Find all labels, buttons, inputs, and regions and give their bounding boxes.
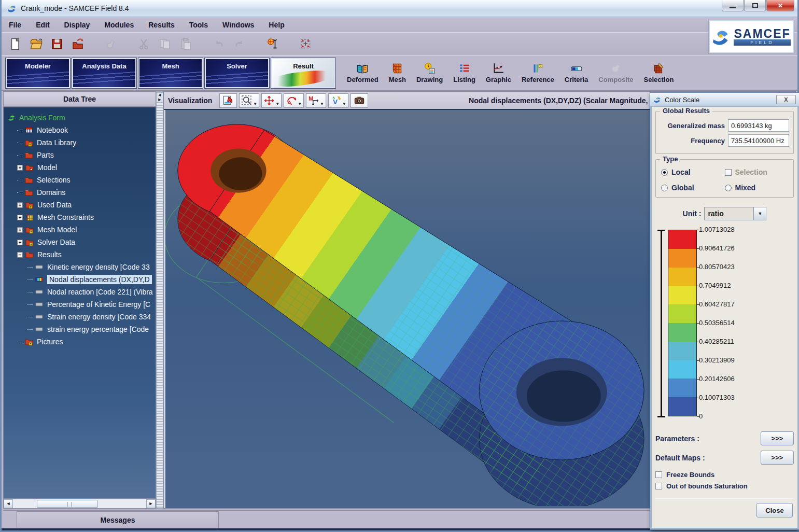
panel-splitter[interactable]: ◄ ► [156, 91, 163, 509]
menu-item-tools[interactable]: Tools [189, 21, 208, 29]
tree-item-model[interactable]: +Model [4, 161, 156, 174]
type-option-local[interactable]: Local [661, 168, 725, 176]
expand-icon[interactable]: + [17, 202, 23, 208]
tool-deformed[interactable]: Deformed [347, 62, 379, 83]
tool-composite[interactable]: Composite [598, 62, 633, 83]
checkbox-icon[interactable] [655, 483, 662, 489]
import-button[interactable] [70, 36, 86, 52]
menu-item-results[interactable]: Results [148, 21, 175, 29]
close-dialog-button[interactable]: Close [756, 503, 793, 517]
dialog-title-bar[interactable]: Color Scale X [650, 93, 799, 107]
checkbox-selection[interactable] [725, 169, 732, 176]
radio-local[interactable] [661, 169, 668, 176]
tree-horizontal-scrollbar[interactable]: ◄ ► [4, 498, 156, 508]
checkbox-row-out-of-bounds-saturation[interactable]: Out of bounds Saturation [655, 482, 794, 490]
pick-selection-button[interactable] [298, 36, 314, 52]
dialog-close-icon[interactable]: X [776, 95, 796, 104]
dropdown-caret-icon[interactable]: ▼ [253, 102, 257, 106]
expand-icon[interactable]: + [17, 165, 23, 171]
tree-item-used-data[interactable]: +Used Data [4, 199, 156, 211]
tree-item-analysis-form[interactable]: Analysis Form [4, 111, 156, 124]
tree-item-data-library[interactable]: Data Library [4, 136, 156, 149]
rotate-button[interactable]: ▼ [284, 93, 304, 108]
tree-item-solver-data[interactable]: +Solver Data [4, 236, 156, 248]
menu-item-edit[interactable]: Edit [36, 21, 49, 29]
tree-item-selections[interactable]: Selections [4, 174, 156, 186]
dropdown-caret-icon[interactable]: ▼ [342, 102, 346, 106]
tree-item-nodal-displacements-dx-dy-d[interactable]: Nodal displacements (DX,DY,D [4, 273, 156, 286]
scroll-left-icon[interactable]: ◄ [4, 499, 13, 508]
redo-button[interactable] [232, 36, 247, 52]
tool-drawing[interactable]: Drawing [416, 62, 443, 83]
tool-reference[interactable]: Reference [522, 62, 554, 83]
default-maps-expand-button[interactable]: >>> [761, 451, 794, 465]
chevron-down-icon[interactable]: ▼ [753, 207, 766, 220]
tool-listing[interactable]: Listing [453, 62, 475, 83]
radio-mixed[interactable] [725, 185, 732, 191]
maximize-button[interactable] [744, 0, 766, 11]
tree-item-results[interactable]: −Results [4, 248, 156, 261]
units-button[interactable] [265, 36, 281, 52]
visibility-wand-button[interactable]: V▼ [328, 93, 348, 108]
type-option-selection[interactable]: Selection [725, 168, 789, 176]
save-button[interactable] [49, 36, 65, 52]
menu-item-modules[interactable]: Modules [104, 21, 134, 29]
tree-item-pictures[interactable]: Pictures [4, 335, 156, 348]
module-button-analysis-data[interactable]: Analysis Data [72, 58, 136, 88]
parameters-expand-button[interactable]: >>> [761, 431, 794, 445]
tab-messages[interactable]: Messages [17, 511, 219, 528]
tree-item-mesh-model[interactable]: +Mesh Model [4, 223, 156, 236]
radio-global[interactable] [661, 185, 668, 191]
menu-item-help[interactable]: Help [269, 21, 284, 29]
field-value-frequency[interactable]: 735.54100900 Hz [728, 134, 789, 147]
unit-dropdown[interactable]: ratio ▼ [704, 207, 766, 220]
tree-item-kinetic-energy-density-code-33[interactable]: Kinetic energy density [Code 33 [4, 261, 156, 273]
close-button[interactable]: ✕ [766, 0, 794, 11]
undo-button[interactable] [211, 36, 227, 52]
minimize-button[interactable] [722, 0, 744, 11]
open-file-button[interactable] [29, 36, 44, 52]
tree-item-strain-energy-density-code-334[interactable]: Strain energy density [Code 334 [4, 311, 156, 323]
tree-item-strain-energy-percentage-code[interactable]: strain energy percentage [Code [4, 323, 156, 335]
cut-button[interactable] [136, 36, 152, 52]
menu-item-windows[interactable]: Windows [222, 21, 254, 29]
tool-graphic[interactable]: Graphic [486, 62, 511, 83]
collapse-right-icon[interactable]: ► [157, 97, 163, 102]
tree-item-nodal-reaction-code-221-vibra[interactable]: Nodal reaction [Code 221] (Vibra [4, 286, 156, 298]
pan-button[interactable]: ▼ [261, 93, 282, 108]
snapshot-button[interactable] [351, 93, 368, 108]
dropdown-caret-icon[interactable]: ▼ [275, 102, 279, 106]
tool-selection[interactable]: Selection [644, 62, 674, 83]
module-button-result[interactable]: Result [271, 58, 335, 88]
expand-icon[interactable]: + [17, 240, 23, 245]
type-option-mixed[interactable]: Mixed [725, 184, 789, 192]
zoom-select-button[interactable]: ▼ [239, 93, 259, 108]
expand-icon[interactable]: + [17, 227, 23, 233]
checkbox-row-freeze-bounds[interactable]: Freeze Bounds [655, 471, 794, 479]
dropdown-caret-icon[interactable]: ▼ [298, 102, 302, 106]
tool-criteria[interactable]: Criteria [565, 62, 588, 83]
tree-item-notebook[interactable]: Notebook [4, 124, 156, 136]
print-button[interactable] [103, 36, 119, 52]
expand-icon[interactable]: + [17, 215, 23, 220]
paste-button[interactable] [178, 36, 193, 52]
module-button-solver[interactable]: Solver [205, 58, 269, 88]
menu-item-file[interactable]: File [9, 21, 21, 29]
tree-item-domains[interactable]: Domains [4, 186, 156, 199]
module-button-mesh[interactable]: Mesh [138, 58, 203, 88]
field-value-generalized-mass[interactable]: 0.6993143 kg [728, 119, 789, 132]
tool-mesh[interactable]: Mesh [389, 62, 406, 83]
module-button-modeler[interactable]: Modeler [6, 58, 70, 88]
tree-item-parts[interactable]: Parts [4, 149, 156, 161]
collapse-icon[interactable]: − [17, 252, 23, 258]
display-style-button[interactable] [219, 93, 237, 108]
tree-item-mesh-constraints[interactable]: +Mesh Constraints [4, 211, 156, 223]
dropdown-caret-icon[interactable]: ▼ [320, 102, 324, 106]
menu-item-display[interactable]: Display [64, 21, 90, 29]
copy-button[interactable] [157, 36, 173, 52]
checkbox-icon[interactable] [655, 471, 662, 478]
scrollbar-thumb[interactable] [37, 500, 98, 508]
move-axes-button[interactable]: M▼ [306, 93, 326, 108]
type-option-global[interactable]: Global [661, 184, 725, 192]
new-document-button[interactable] [8, 36, 23, 52]
